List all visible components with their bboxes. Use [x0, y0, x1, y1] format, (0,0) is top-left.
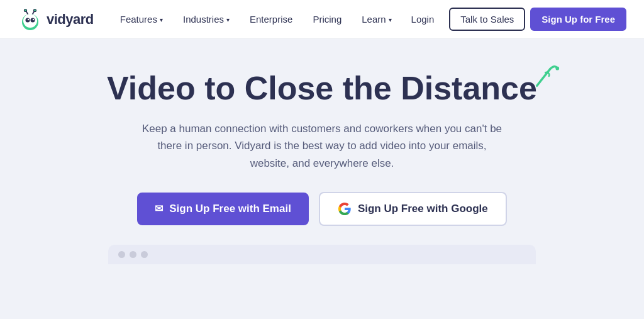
- browser-dot-1: [118, 251, 125, 258]
- nav-actions: Login Talk to Sales Sign Up for Free: [401, 8, 626, 31]
- login-button[interactable]: Login: [401, 9, 445, 30]
- nav-pricing[interactable]: Pricing: [304, 9, 350, 30]
- svg-point-3: [31, 18, 35, 22]
- hero-cta-buttons: ✉ Sign Up Free with Email Sign Up Free w…: [137, 192, 506, 226]
- browser-dot-2: [130, 251, 136, 258]
- svg-point-4: [28, 18, 29, 20]
- email-icon: ✉: [155, 203, 163, 215]
- navbar: vidyard Features ▾ Industries ▾ Enterpri…: [0, 0, 644, 39]
- nav-links: Features ▾ Industries ▾ Enterprise Prici…: [111, 9, 401, 30]
- svg-point-7: [25, 9, 27, 11]
- vidyard-logo-icon: [18, 7, 43, 32]
- svg-point-5: [33, 18, 34, 20]
- hero-title: Video to Close the Distance: [107, 70, 537, 106]
- signup-google-button[interactable]: Sign Up Free with Google: [319, 192, 507, 226]
- svg-point-1: [23, 14, 37, 28]
- talk-to-sales-button[interactable]: Talk to Sales: [449, 8, 525, 31]
- google-icon: [338, 202, 352, 216]
- nav-enterprise[interactable]: Enterprise: [241, 9, 301, 30]
- chevron-down-icon: ▾: [226, 16, 230, 23]
- signup-email-button[interactable]: ✉ Sign Up Free with Email: [137, 193, 309, 225]
- hero-subtitle: Keep a human connection with customers a…: [140, 120, 504, 172]
- browser-preview-bar: [108, 245, 536, 264]
- nav-features[interactable]: Features ▾: [111, 9, 172, 30]
- spark-decoration: [532, 64, 562, 91]
- nav-learn[interactable]: Learn ▾: [353, 9, 400, 30]
- svg-point-2: [26, 18, 30, 22]
- logo-text: vidyard: [47, 11, 94, 28]
- chevron-down-icon: ▾: [389, 16, 392, 23]
- svg-point-9: [34, 9, 36, 11]
- hero-section: Video to Close the Distance Keep a human…: [0, 39, 644, 283]
- svg-point-10: [555, 67, 559, 70]
- nav-signup-button[interactable]: Sign Up for Free: [530, 8, 626, 31]
- nav-industries[interactable]: Industries ▾: [174, 9, 238, 30]
- logo[interactable]: vidyard: [18, 7, 94, 32]
- browser-dot-3: [141, 251, 148, 258]
- chevron-down-icon: ▾: [160, 16, 163, 23]
